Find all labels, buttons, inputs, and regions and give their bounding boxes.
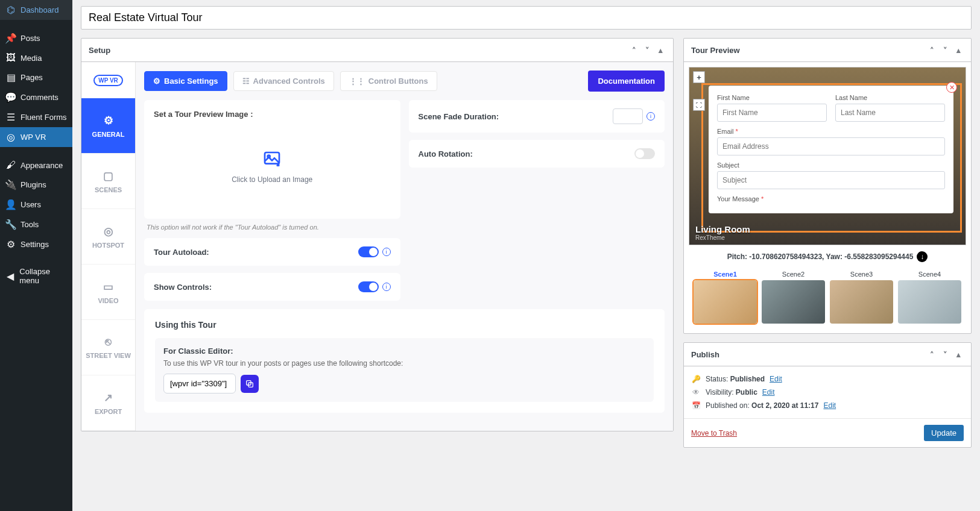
scene-thumb-2[interactable]: Scene2 bbox=[762, 268, 825, 324]
fullscreen-button[interactable]: ⛶ bbox=[693, 99, 705, 111]
setup-panel: Setup ˄ ˅ ▴ WP VR ⚙GENERAL ▢SCENES ◎HOTS… bbox=[81, 38, 674, 431]
upload-text: Click to Upload an Image bbox=[232, 175, 312, 184]
autoload-label: Tour Autoload: bbox=[154, 248, 209, 257]
tab-street-view[interactable]: ⎋STREET VIEW bbox=[81, 320, 135, 375]
menu-appearance[interactable]: 🖌Appearance bbox=[0, 155, 72, 175]
close-icon[interactable]: ✕ bbox=[946, 82, 957, 93]
menu-settings[interactable]: ⚙Settings bbox=[0, 234, 72, 254]
scene-thumb-3[interactable]: Scene3 bbox=[830, 268, 893, 324]
scene-thumb-4[interactable]: Scene4 bbox=[898, 268, 961, 324]
settings-icon: ⚙ bbox=[153, 77, 160, 86]
setup-side-tabs: WP VR ⚙GENERAL ▢SCENES ◎HOTSPOT ▭VIDEO ⎋… bbox=[81, 62, 136, 431]
media-icon: 🖼 bbox=[5, 52, 17, 63]
auto-rotation-toggle[interactable] bbox=[634, 148, 655, 159]
panel-toggle-icon[interactable]: ▴ bbox=[953, 349, 964, 360]
last-name-input[interactable] bbox=[835, 104, 945, 122]
panel-up-icon[interactable]: ˄ bbox=[926, 45, 937, 55]
scene-caption: Living Room bbox=[695, 224, 750, 234]
subject-input[interactable] bbox=[717, 171, 945, 189]
comments-icon: 💬 bbox=[5, 92, 17, 103]
info-icon[interactable]: i bbox=[646, 112, 655, 121]
fade-duration-input[interactable] bbox=[613, 108, 643, 124]
info-icon[interactable]: i bbox=[382, 283, 391, 291]
panel-down-icon[interactable]: ˅ bbox=[940, 349, 950, 360]
using-tour-title: Using this Tour bbox=[155, 320, 654, 330]
menu-fluent-forms[interactable]: ☰Fluent Forms bbox=[0, 107, 72, 127]
autoload-toggle[interactable] bbox=[358, 246, 379, 257]
email-input[interactable] bbox=[717, 137, 945, 155]
menu-posts[interactable]: 📌Posts bbox=[0, 28, 72, 48]
edit-status-link[interactable]: Edit bbox=[770, 375, 782, 383]
panel-up-icon[interactable]: ˄ bbox=[926, 349, 937, 360]
menu-media[interactable]: 🖼Media bbox=[0, 48, 72, 67]
menu-plugins[interactable]: 🔌Plugins bbox=[0, 175, 72, 195]
wpvr-logo: WP VR bbox=[81, 62, 135, 98]
sliders-icon: ☷ bbox=[242, 77, 250, 86]
video-icon: ▭ bbox=[103, 280, 113, 293]
menu-dashboard[interactable]: ⌬Dashboard bbox=[0, 0, 72, 20]
edit-date-link[interactable]: Edit bbox=[823, 401, 836, 410]
eye-icon: 👁 bbox=[691, 388, 701, 397]
upload-hint: This option will not work if the "Tour A… bbox=[144, 224, 400, 231]
upload-image-icon bbox=[262, 150, 282, 169]
street-icon: ⎋ bbox=[105, 336, 112, 348]
settings-icon: ⚙ bbox=[5, 239, 17, 250]
brush-icon: 🖌 bbox=[5, 160, 17, 171]
shortcode-input[interactable] bbox=[163, 374, 236, 393]
menu-tools[interactable]: 🔧Tools bbox=[0, 215, 72, 234]
gear-icon: ⚙ bbox=[104, 114, 113, 127]
show-controls-toggle[interactable] bbox=[358, 281, 379, 292]
panel-toggle-icon[interactable]: ▴ bbox=[953, 45, 964, 55]
tab-control-buttons[interactable]: ⋮⋮Control Buttons bbox=[340, 71, 437, 91]
pitch-yaw-display: Pitch: -10.708620758494323, Yaw: -6.5582… bbox=[689, 245, 966, 268]
tab-hotspot[interactable]: ◎HOTSPOT bbox=[81, 209, 135, 265]
export-icon: ↗ bbox=[104, 391, 113, 404]
tab-export[interactable]: ↗EXPORT bbox=[81, 375, 135, 431]
scene-thumb-1[interactable]: Scene1 bbox=[694, 268, 757, 324]
email-label: Email * bbox=[717, 128, 945, 135]
menu-users[interactable]: 👤Users bbox=[0, 195, 72, 215]
status-label: Status: Published bbox=[706, 375, 765, 383]
tab-advanced-controls[interactable]: ☷Advanced Controls bbox=[233, 71, 334, 91]
documentation-button[interactable]: Documentation bbox=[588, 71, 665, 92]
tab-scenes[interactable]: ▢SCENES bbox=[81, 154, 135, 209]
wp-admin-sidebar: ⌬Dashboard 📌Posts 🖼Media ▤Pages 💬Comment… bbox=[0, 0, 72, 454]
menu-comments[interactable]: 💬Comments bbox=[0, 87, 72, 107]
tab-video[interactable]: ▭VIDEO bbox=[81, 265, 135, 320]
download-icon[interactable]: ↓ bbox=[917, 251, 928, 262]
panel-toggle-icon[interactable]: ▴ bbox=[655, 45, 666, 55]
key-icon: 🔑 bbox=[691, 375, 701, 383]
tour-preview-title: Tour Preview bbox=[691, 46, 740, 55]
publish-panel: Publish ˄ ˅ ▴ 🔑 Status: Published Edit 👁 bbox=[683, 342, 972, 448]
menu-wpvr[interactable]: ◎WP VR bbox=[0, 127, 72, 147]
first-name-input[interactable] bbox=[717, 104, 827, 122]
menu-pages[interactable]: ▤Pages bbox=[0, 67, 72, 87]
preview-image-label: Set a Tour Preview Image : bbox=[154, 110, 391, 119]
scene-author: RexTheme bbox=[695, 234, 750, 241]
move-to-trash-link[interactable]: Move to Trash bbox=[691, 429, 737, 437]
edit-visibility-link[interactable]: Edit bbox=[762, 388, 775, 397]
panel-down-icon[interactable]: ˅ bbox=[940, 45, 950, 55]
target-icon: ◎ bbox=[104, 225, 113, 238]
menu-collapse[interactable]: ◀Collapse menu bbox=[0, 263, 72, 289]
zoom-in-button[interactable]: + bbox=[693, 71, 705, 83]
pages-icon: ▤ bbox=[5, 72, 17, 83]
collapse-icon: ◀ bbox=[5, 271, 16, 282]
image-icon: ▢ bbox=[103, 169, 113, 183]
vr-icon: ◎ bbox=[5, 131, 17, 143]
upload-image-button[interactable]: Click to Upload an Image bbox=[154, 125, 391, 209]
update-button[interactable]: Update bbox=[924, 425, 964, 441]
last-name-label: Last Name bbox=[835, 94, 945, 101]
message-label: Your Message * bbox=[717, 195, 945, 202]
forms-icon: ☰ bbox=[5, 111, 17, 123]
panel-down-icon[interactable]: ˅ bbox=[642, 45, 653, 55]
panel-up-icon[interactable]: ˄ bbox=[628, 45, 639, 55]
info-icon[interactable]: i bbox=[382, 248, 391, 256]
post-title-input[interactable] bbox=[81, 6, 972, 30]
tab-general[interactable]: ⚙GENERAL bbox=[81, 98, 135, 154]
copy-shortcode-button[interactable] bbox=[241, 375, 259, 393]
panorama-viewer[interactable]: + ⛶ ✕ First Name Last Name bbox=[689, 67, 966, 245]
classic-editor-desc: To use this WP VR tour in your posts or … bbox=[163, 359, 645, 368]
first-name-label: First Name bbox=[717, 94, 827, 101]
tab-basic-settings[interactable]: ⚙Basic Settings bbox=[144, 71, 227, 91]
